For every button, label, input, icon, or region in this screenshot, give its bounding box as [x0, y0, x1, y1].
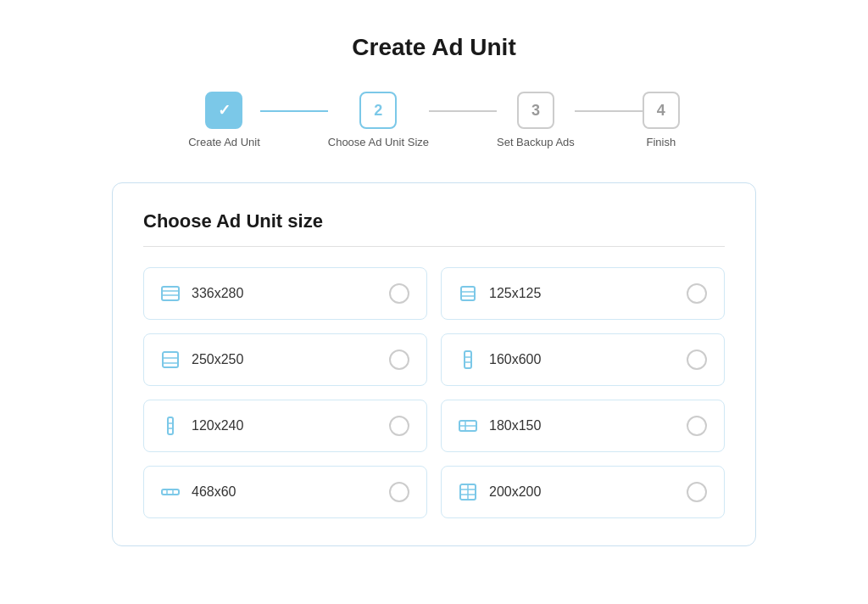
svg-rect-9: [465, 351, 471, 368]
size-option-468x60[interactable]: 468x60: [143, 466, 427, 518]
step-4-label: Finish: [646, 136, 676, 148]
size-left: 200x200: [459, 483, 541, 501]
svg-rect-12: [168, 417, 173, 434]
size-option-200x200[interactable]: 200x200: [441, 466, 725, 518]
size-label-180x150: 180x150: [489, 418, 541, 433]
size-left: 125x125: [459, 284, 541, 303]
size-label-250x250: 250x250: [192, 352, 243, 367]
size-left: 250x250: [161, 350, 243, 369]
size-label-120x240: 120x240: [192, 418, 243, 433]
card-title: Choose Ad Unit size: [143, 210, 725, 232]
radio-180x150[interactable]: [687, 416, 707, 436]
size-left: 336x280: [161, 284, 243, 303]
size-option-120x240[interactable]: 120x240: [143, 400, 427, 452]
radio-468x60[interactable]: [389, 482, 409, 502]
wide-short-icon: [459, 417, 477, 435]
radio-160x600[interactable]: [687, 350, 707, 370]
connector-2: [429, 110, 497, 112]
square-med-icon: [459, 483, 477, 501]
step-2-label: Choose Ad Unit Size: [328, 136, 429, 148]
radio-336x280[interactable]: [389, 283, 409, 304]
stepper: ✓ Create Ad Unit 2 Choose Ad Unit Size 3…: [137, 92, 731, 148]
svg-rect-3: [461, 287, 475, 300]
size-option-160x600[interactable]: 160x600: [441, 333, 725, 386]
step-2-circle: 2: [359, 92, 397, 129]
svg-rect-6: [163, 352, 178, 367]
size-option-125x125[interactable]: 125x125: [441, 267, 725, 320]
size-label-160x600: 160x600: [489, 352, 541, 367]
svg-rect-18: [162, 489, 179, 495]
step-2-group: 2 Choose Ad Unit Size: [328, 92, 429, 148]
ad-unit-size-card: Choose Ad Unit size 336x280: [112, 182, 756, 546]
radio-200x200[interactable]: [687, 482, 707, 502]
step-3-circle: 3: [517, 92, 554, 129]
radio-125x125[interactable]: [687, 283, 707, 304]
tall-narrow2-icon: [161, 417, 180, 435]
card-divider: [143, 246, 725, 247]
radio-120x240[interactable]: [389, 416, 409, 436]
step-4-group: 4 Finish: [643, 92, 680, 148]
wide-square-icon: [161, 284, 180, 303]
svg-rect-0: [162, 287, 179, 300]
size-label-336x280: 336x280: [192, 286, 243, 301]
size-label-468x60: 468x60: [192, 484, 236, 500]
step-3-label: Set Backup Ads: [497, 136, 575, 148]
size-label-200x200: 200x200: [489, 484, 541, 500]
size-left: 160x600: [459, 350, 541, 369]
size-option-250x250[interactable]: 250x250: [143, 333, 427, 386]
size-left: 120x240: [161, 417, 243, 435]
size-label-125x125: 125x125: [489, 286, 541, 301]
banner-icon: [161, 483, 180, 501]
size-option-180x150[interactable]: 180x150: [441, 400, 725, 452]
radio-250x250[interactable]: [389, 350, 409, 370]
medium-square-icon: [161, 350, 180, 369]
step-4-circle: 4: [643, 92, 680, 129]
size-left: 180x150: [459, 417, 541, 435]
sizes-grid: 336x280 125x125: [143, 267, 725, 518]
step-1-group: ✓ Create Ad Unit: [188, 92, 260, 148]
connector-3: [575, 110, 643, 112]
size-left: 468x60: [161, 483, 236, 501]
connector-1: [260, 110, 328, 112]
page-title: Create Ad Unit: [352, 34, 515, 61]
size-option-336x280[interactable]: 336x280: [143, 267, 427, 320]
step-1-label: Create Ad Unit: [188, 136, 260, 148]
small-square-icon: [459, 284, 477, 303]
step-3-group: 3 Set Backup Ads: [497, 92, 575, 148]
step-1-circle: ✓: [205, 92, 242, 129]
tall-narrow-icon: [459, 350, 477, 369]
